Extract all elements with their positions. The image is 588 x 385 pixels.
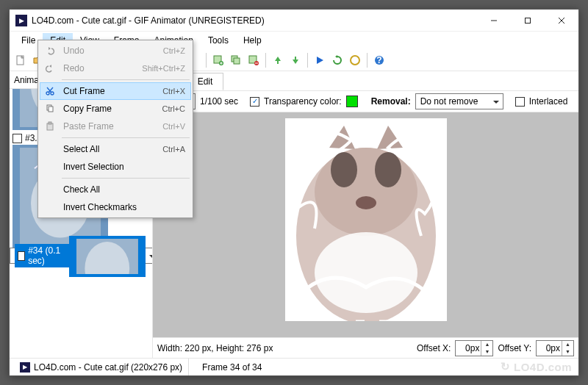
svg-rect-10: [234, 58, 240, 64]
menu-label: Invert Checkmarks: [63, 202, 185, 212]
menu-copy-frame[interactable]: Copy Frame Ctrl+C: [40, 100, 191, 118]
menu-shortcut: Ctrl+Z: [163, 46, 185, 55]
transparency-color-swatch[interactable]: [346, 96, 358, 107]
frame-thumbnail[interactable]: [69, 236, 146, 277]
new-icon[interactable]: [12, 52, 29, 68]
frame-del-icon[interactable]: [245, 52, 262, 68]
menu-check-all[interactable]: Check All: [40, 181, 191, 198]
canvas[interactable]: [153, 112, 578, 337]
menu-label: Check All: [63, 184, 185, 195]
delay-unit-label: 1/100 sec: [200, 96, 238, 107]
edit-subbar: ▲▼ 1/100 sec Transparency color: Removal…: [153, 90, 578, 112]
menu-separator: [62, 137, 190, 138]
status-file-icon: ▶: [20, 362, 30, 373]
interlaced-label: Interlaced: [529, 96, 568, 107]
menu-label: Select All: [63, 144, 157, 154]
menu-shortcut: Ctrl+X: [162, 87, 185, 96]
status-frame: Frame 34 of 34: [202, 362, 262, 373]
removal-value: Do not remove: [420, 96, 478, 107]
transparency-label: Transparency color:: [264, 96, 342, 107]
copy-icon: [43, 104, 57, 114]
undo-icon: [43, 46, 57, 56]
step-up-icon[interactable]: ▲: [562, 341, 573, 348]
step-down-icon[interactable]: ▼: [481, 348, 492, 356]
menu-separator: [62, 79, 190, 80]
menu-shortcut: Ctrl+V: [162, 122, 185, 131]
transparency-checkbox[interactable]: [250, 97, 259, 107]
svg-rect-1: [526, 18, 531, 23]
statusbar: ▶ LO4D.com - Cute cat.gif (220x276 px) F…: [10, 358, 578, 375]
offset-x-stepper[interactable]: ▲▼: [455, 340, 493, 356]
step-down-icon[interactable]: ▼: [562, 348, 573, 356]
main-area: se Edit ▲▼ 1/100 sec Transparency color:…: [153, 71, 578, 358]
svg-rect-40: [49, 107, 53, 112]
svg-point-31: [375, 152, 401, 187]
titlebar: ▶ LO4D.com - Cute cat.gif - GIF Animator…: [10, 10, 578, 32]
frame-checkbox[interactable]: [18, 251, 25, 261]
toolbar-separator: [307, 53, 308, 68]
reload-icon[interactable]: [329, 52, 345, 68]
redo-icon: [43, 63, 57, 73]
interlaced-checkbox[interactable]: [515, 97, 525, 107]
offset-y-label: Offset Y:: [498, 343, 531, 353]
frame-label: #34 (0.1 sec): [28, 245, 66, 266]
frame-dup-icon[interactable]: [228, 52, 244, 68]
close-button[interactable]: [545, 10, 578, 32]
frame-checkbox[interactable]: [12, 134, 22, 143]
menu-help[interactable]: Help: [236, 33, 269, 48]
menu-label: Redo: [63, 63, 136, 73]
menu-shortcut: Ctrl+C: [162, 104, 185, 113]
step-up-icon[interactable]: ▲: [481, 341, 492, 348]
toolbar-separator: [265, 53, 266, 68]
bottom-bar: Width: 220 px, Height: 276 px Offset X: …: [153, 337, 578, 358]
frame-image: [285, 118, 447, 321]
offset-x-input[interactable]: [456, 343, 481, 353]
stop-icon[interactable]: [347, 52, 363, 68]
menu-label: Cut Frame: [63, 86, 157, 96]
svg-point-30: [331, 152, 357, 187]
offset-y-stepper[interactable]: ▲▼: [536, 340, 574, 356]
svg-point-29: [315, 148, 417, 236]
menu-tools[interactable]: Tools: [201, 33, 236, 48]
menu-shortcut: Shift+Ctrl+Z: [142, 64, 185, 73]
paste-icon: [43, 121, 57, 132]
minimize-button[interactable]: [477, 10, 511, 32]
window-title: LO4D.com - Cute cat.gif - GIF Animator (…: [32, 15, 477, 26]
menu-label: Invert Selection: [63, 162, 185, 172]
app-icon: ▶: [15, 15, 27, 26]
toolbar-separator: [206, 53, 207, 68]
frame-add-icon[interactable]: [210, 52, 226, 68]
play-icon[interactable]: [312, 52, 328, 68]
menu-invert-selection[interactable]: Invert Selection: [40, 158, 191, 176]
frame-item-selected[interactable]: #34 (0.1 sec): [10, 248, 152, 264]
menu-select-all[interactable]: Select All Ctrl+A: [40, 140, 191, 158]
toolbar-separator: [367, 53, 368, 68]
maximize-button[interactable]: [511, 10, 545, 32]
svg-point-14: [351, 56, 359, 65]
window-controls: [477, 10, 578, 32]
svg-text:?: ?: [376, 55, 381, 65]
help-icon[interactable]: ?: [371, 52, 387, 68]
status-file: LO4D.com - Cute cat.gif (220x276 px): [34, 362, 182, 373]
menu-undo[interactable]: Undo Ctrl+Z: [40, 42, 191, 60]
menu-label: Copy Frame: [63, 104, 157, 114]
menu-redo[interactable]: Redo Shift+Ctrl+Z: [40, 60, 191, 77]
move-down-icon[interactable]: [287, 52, 304, 68]
move-up-icon[interactable]: [270, 52, 286, 68]
menu-label: Undo: [63, 46, 157, 56]
menu-paste-frame[interactable]: Paste Frame Ctrl+V: [40, 118, 191, 135]
menu-label: Paste Frame: [63, 121, 157, 132]
menu-separator: [62, 178, 190, 179]
offset-y-input[interactable]: [537, 343, 562, 353]
removal-select[interactable]: Do not remove: [415, 93, 503, 109]
tabs: se Edit: [153, 71, 578, 90]
svg-point-32: [356, 196, 376, 209]
menu-cut-frame[interactable]: Cut Frame Ctrl+X: [40, 82, 191, 100]
scissors-icon: [43, 86, 57, 96]
svg-point-33: [315, 232, 417, 313]
menu-invert-checkmarks[interactable]: Invert Checkmarks: [40, 198, 191, 216]
menu-shortcut: Ctrl+A: [162, 145, 185, 154]
svg-rect-42: [49, 122, 51, 124]
offset-x-label: Offset X:: [417, 343, 451, 353]
edit-dropdown: Undo Ctrl+Z Redo Shift+Ctrl+Z Cut Frame …: [37, 40, 193, 218]
